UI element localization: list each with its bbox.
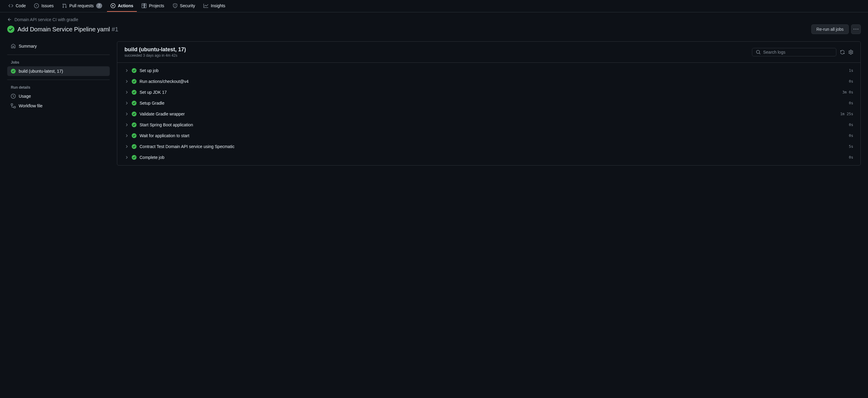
- step-name: Contract Test Domain API service using S…: [140, 144, 846, 149]
- nav-insights[interactable]: Insights: [200, 0, 229, 12]
- success-check-icon: [132, 90, 136, 95]
- kebab-icon: [854, 27, 858, 32]
- chevron-right-icon: [124, 112, 129, 116]
- step-name: Setup Gradle: [140, 101, 846, 105]
- panel-subtitle: succeeded 3 days ago in 4m 42s: [124, 53, 186, 58]
- success-check-icon: [11, 69, 16, 73]
- step-row[interactable]: Run actions/checkout@v4 0s: [117, 76, 861, 87]
- success-check-icon: [132, 122, 136, 127]
- nav-projects[interactable]: Projects: [138, 0, 168, 12]
- step-name: Set up JDK 17: [140, 90, 839, 95]
- step-duration: 0s: [849, 155, 853, 159]
- step-row[interactable]: Start Spring Boot application 0s: [117, 119, 861, 130]
- breadcrumb-workflow-link[interactable]: Domain API service CI with gradle: [14, 17, 79, 22]
- run-title-text: Add Domain Service Pipeline yaml: [18, 26, 110, 33]
- title-row: Add Domain Service Pipeline yaml #1: [7, 26, 119, 33]
- panel-controls: [752, 48, 853, 56]
- chevron-right-icon: [124, 79, 129, 84]
- nav-issues[interactable]: Issues: [30, 0, 57, 12]
- chevron-right-icon: [124, 101, 129, 105]
- step-duration: 0s: [849, 133, 853, 138]
- search-input[interactable]: [763, 50, 832, 55]
- panel-title-group: build (ubuntu-latest, 17) succeeded 3 da…: [124, 47, 186, 58]
- breadcrumb: Domain API service CI with gradle: [7, 17, 861, 22]
- nav-code[interactable]: Code: [5, 0, 29, 12]
- sidebar-workflow-file[interactable]: Workflow file: [7, 101, 110, 111]
- main-container: Domain API service CI with gradle Add Do…: [0, 12, 868, 171]
- table-icon: [142, 3, 147, 8]
- sync-icon[interactable]: [840, 50, 845, 55]
- divider: [7, 55, 110, 55]
- chevron-right-icon: [124, 90, 129, 94]
- success-check-icon: [7, 26, 14, 33]
- chevron-right-icon: [124, 145, 129, 149]
- step-row[interactable]: Complete job 0s: [117, 152, 861, 163]
- repo-nav: Code Issues Pull requests 7 Actions Proj…: [0, 0, 868, 12]
- run-details-heading: Run details: [7, 84, 110, 91]
- nav-projects-label: Projects: [149, 3, 164, 8]
- success-check-icon: [132, 144, 136, 149]
- panel-title: build (ubuntu-latest, 17): [124, 47, 186, 53]
- run-number: #1: [112, 26, 118, 33]
- step-duration: 0s: [849, 101, 853, 105]
- content-layout: Summary Jobs build (ubuntu-latest, 17) R…: [7, 41, 861, 165]
- run-title: Add Domain Service Pipeline yaml #1: [18, 26, 119, 33]
- sidebar-summary[interactable]: Summary: [7, 41, 110, 51]
- graph-icon: [204, 3, 208, 8]
- home-icon: [11, 44, 16, 49]
- jobs-heading: Jobs: [7, 59, 110, 66]
- sidebar: Summary Jobs build (ubuntu-latest, 17) R…: [7, 41, 110, 165]
- gear-icon[interactable]: [848, 50, 853, 55]
- meter-icon: [11, 94, 16, 99]
- step-row[interactable]: Set up job 1s: [117, 65, 861, 76]
- step-row[interactable]: Wait for application to start 0s: [117, 130, 861, 141]
- pull-request-icon: [62, 3, 67, 8]
- step-name: Start Spring Boot application: [140, 122, 846, 127]
- step-row[interactable]: Validate Gradle wrapper 1m 25s: [117, 109, 861, 119]
- sidebar-usage[interactable]: Usage: [7, 91, 110, 101]
- search-box[interactable]: [752, 48, 836, 56]
- success-check-icon: [132, 133, 136, 138]
- step-duration: 1m 25s: [840, 112, 853, 116]
- step-row[interactable]: Contract Test Domain API service using S…: [117, 141, 861, 152]
- success-check-icon: [132, 68, 136, 73]
- job-item-build[interactable]: build (ubuntu-latest, 17): [7, 66, 110, 76]
- chevron-right-icon: [124, 123, 129, 127]
- nav-security[interactable]: Security: [169, 0, 199, 12]
- sidebar-workflow-file-label: Workflow file: [19, 103, 42, 108]
- step-name: Complete job: [140, 155, 846, 160]
- success-check-icon: [132, 155, 136, 160]
- nav-pulls[interactable]: Pull requests 7: [59, 0, 106, 12]
- arrow-left-icon[interactable]: [7, 17, 12, 22]
- workflow-icon: [11, 103, 16, 108]
- panel-header: build (ubuntu-latest, 17) succeeded 3 da…: [117, 41, 861, 63]
- steps-list: Set up job 1s Run actions/checkout@v4 0s…: [117, 63, 861, 165]
- success-check-icon: [132, 79, 136, 84]
- step-row[interactable]: Set up JDK 17 3m 0s: [117, 87, 861, 98]
- step-duration: 1s: [849, 68, 853, 73]
- play-icon: [111, 3, 116, 8]
- step-duration: 0s: [849, 79, 853, 84]
- sidebar-summary-label: Summary: [19, 44, 37, 49]
- nav-security-label: Security: [180, 3, 195, 8]
- chevron-right-icon: [124, 133, 129, 138]
- step-row[interactable]: Setup Gradle 0s: [117, 98, 861, 109]
- issue-icon: [34, 3, 39, 8]
- step-duration: 5s: [849, 145, 853, 149]
- step-duration: 3m 0s: [842, 90, 853, 94]
- sidebar-usage-label: Usage: [19, 94, 31, 99]
- nav-actions-label: Actions: [118, 3, 133, 8]
- chevron-right-icon: [124, 68, 129, 73]
- nav-actions[interactable]: Actions: [107, 0, 137, 12]
- code-icon: [8, 3, 13, 8]
- step-name: Set up job: [140, 68, 846, 73]
- more-options-button[interactable]: [851, 24, 861, 34]
- divider: [7, 80, 110, 80]
- step-duration: 0s: [849, 123, 853, 127]
- job-item-label: build (ubuntu-latest, 17): [19, 69, 63, 73]
- step-name: Validate Gradle wrapper: [140, 112, 837, 116]
- chevron-right-icon: [124, 155, 129, 159]
- header-row: Add Domain Service Pipeline yaml #1 Re-r…: [7, 24, 861, 34]
- pulls-count-badge: 7: [96, 3, 102, 8]
- rerun-button[interactable]: Re-run all jobs: [811, 24, 849, 34]
